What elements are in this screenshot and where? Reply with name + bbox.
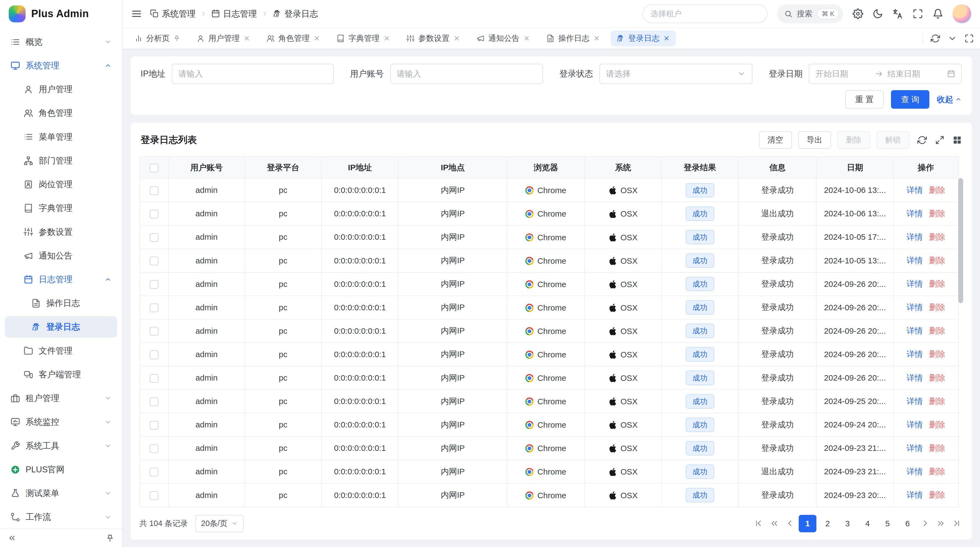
detail-link[interactable]: 详情	[907, 256, 923, 265]
sidebar-item[interactable]: 文件管理	[5, 340, 117, 362]
row-checkbox[interactable]	[150, 397, 158, 406]
last-page-button[interactable]	[952, 519, 961, 528]
login-status-select[interactable]	[600, 64, 753, 84]
delete-link[interactable]: 删除	[929, 279, 945, 288]
pin-icon[interactable]	[173, 35, 180, 41]
delete-link[interactable]: 删除	[929, 490, 945, 499]
page-size-select[interactable]: 20条/页	[196, 515, 243, 532]
detail-link[interactable]: 详情	[907, 490, 923, 499]
delete-link[interactable]: 删除	[929, 232, 945, 241]
page-button-6[interactable]: 6	[899, 515, 916, 532]
tab-item[interactable]: 字典管理	[331, 30, 396, 46]
sidebar-item[interactable]: 通知公告	[5, 245, 117, 266]
row-checkbox[interactable]	[150, 491, 158, 500]
tab-item[interactable]: 参数设置	[401, 30, 466, 46]
delete-link[interactable]: 删除	[929, 443, 945, 453]
row-checkbox[interactable]	[150, 233, 158, 242]
page-button-2[interactable]: 2	[819, 515, 836, 532]
tab-item[interactable]: 操作日志	[541, 30, 606, 46]
row-checkbox[interactable]	[150, 327, 158, 336]
delete-button[interactable]: 删除	[837, 131, 870, 149]
search-button[interactable]: 搜索 ⌘ K	[777, 4, 843, 23]
gear-icon[interactable]	[853, 8, 863, 19]
breadcrumb-item[interactable]: 日志管理	[211, 8, 257, 20]
tenant-select[interactable]	[643, 4, 767, 23]
sidebar-item[interactable]: 登录日志	[5, 316, 117, 338]
tab-item[interactable]: 用户管理	[191, 30, 256, 46]
translate-icon[interactable]	[892, 8, 903, 19]
fullscreen-icon[interactable]	[913, 8, 923, 19]
close-icon[interactable]	[453, 35, 460, 41]
ip-address-input[interactable]	[178, 69, 327, 78]
sidebar-item[interactable]: 菜单管理	[5, 126, 117, 148]
sidebar-item[interactable]: PLUS官网	[5, 459, 117, 480]
sidebar-item[interactable]: 字典管理	[5, 198, 117, 219]
grid-icon[interactable]	[953, 136, 962, 145]
sidebar-item[interactable]: 系统监控	[5, 411, 117, 432]
detail-link[interactable]: 详情	[907, 209, 923, 218]
jump-back-button[interactable]	[770, 519, 779, 528]
delete-link[interactable]: 删除	[929, 209, 945, 218]
refresh-icon[interactable]	[917, 136, 927, 145]
sidebar-item[interactable]: 角色管理	[5, 102, 117, 124]
reset-button[interactable]: 重 置	[845, 90, 884, 109]
login-date-range[interactable]	[809, 64, 962, 84]
detail-link[interactable]: 详情	[907, 373, 923, 382]
refresh-icon[interactable]	[931, 34, 940, 43]
delete-link[interactable]: 删除	[929, 326, 945, 335]
sidebar-item[interactable]: 用户管理	[5, 79, 117, 100]
row-checkbox[interactable]	[150, 421, 158, 430]
close-icon[interactable]	[593, 35, 600, 41]
end-date-input[interactable]	[888, 69, 942, 78]
sidebar-item[interactable]: 客户端管理	[5, 364, 117, 385]
row-checkbox[interactable]	[150, 280, 158, 289]
next-page-button[interactable]	[921, 519, 930, 528]
expand-icon[interactable]	[935, 136, 944, 145]
detail-link[interactable]: 详情	[907, 279, 923, 288]
detail-link[interactable]: 详情	[907, 185, 923, 195]
close-icon[interactable]	[243, 35, 250, 41]
delete-link[interactable]: 删除	[929, 420, 945, 429]
detail-link[interactable]: 详情	[907, 397, 923, 406]
tab-item[interactable]: 登录日志	[611, 30, 676, 46]
delete-link[interactable]: 删除	[929, 373, 945, 382]
close-icon[interactable]	[383, 35, 390, 41]
tab-item[interactable]: 角色管理	[261, 30, 326, 46]
detail-link[interactable]: 详情	[907, 349, 923, 359]
page-button-3[interactable]: 3	[839, 515, 856, 532]
sidebar-item[interactable]: 租户管理	[5, 388, 117, 409]
pin-sidebar-button[interactable]	[106, 534, 115, 542]
row-checkbox[interactable]	[150, 303, 158, 312]
close-icon[interactable]	[313, 35, 320, 41]
row-checkbox[interactable]	[150, 257, 158, 265]
row-checkbox[interactable]	[150, 210, 158, 218]
query-button[interactable]: 查 询	[891, 90, 929, 109]
delete-link[interactable]: 删除	[929, 185, 945, 195]
hamburger-menu-icon[interactable]	[131, 8, 142, 19]
login-status-select-input[interactable]	[606, 69, 733, 78]
detail-link[interactable]: 详情	[907, 420, 923, 429]
detail-link[interactable]: 详情	[907, 443, 923, 453]
collapse-filters-link[interactable]: 收起	[937, 94, 962, 105]
fullscreen-icon[interactable]	[964, 34, 974, 43]
tab-item[interactable]: 分析页	[129, 30, 186, 46]
sidebar-item[interactable]: 日志管理	[5, 269, 117, 290]
first-page-button[interactable]	[754, 519, 763, 528]
close-icon[interactable]	[663, 35, 670, 41]
sidebar-item[interactable]: 操作日志	[5, 293, 117, 314]
sidebar-item[interactable]: 岗位管理	[5, 174, 117, 195]
delete-link[interactable]: 删除	[929, 397, 945, 406]
scrollbar-thumb[interactable]	[958, 178, 963, 303]
sidebar-item[interactable]: 测试菜单	[5, 483, 117, 504]
delete-link[interactable]: 删除	[929, 467, 945, 476]
export-button[interactable]: 导出	[798, 131, 831, 149]
row-checkbox[interactable]	[150, 186, 158, 195]
detail-link[interactable]: 详情	[907, 232, 923, 241]
sidebar-item[interactable]: 参数设置	[5, 222, 117, 243]
close-icon[interactable]	[523, 35, 530, 41]
tenant-select-input[interactable]	[651, 9, 759, 18]
moon-icon[interactable]	[872, 8, 883, 19]
breadcrumb-item[interactable]: 登录日志	[272, 8, 318, 20]
collapse-sidebar-button[interactable]	[8, 534, 16, 542]
bell-icon[interactable]	[932, 8, 943, 19]
